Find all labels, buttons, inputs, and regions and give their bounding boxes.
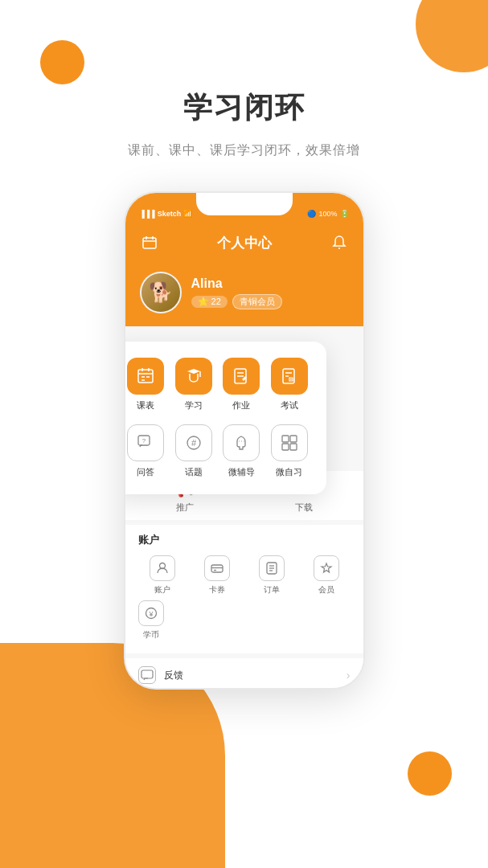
header-title: 个人中心 — [217, 234, 272, 252]
account-label-dingdan: 订单 — [264, 584, 280, 596]
kaoshi-icon — [271, 358, 308, 395]
account-item-xuebi[interactable]: ¥ 学币 — [138, 600, 164, 641]
points-badge: ⭐ 22 — [191, 296, 228, 308]
svg-text:¥: ¥ — [148, 610, 154, 618]
svg-rect-6 — [211, 565, 223, 572]
weifudao-icon — [223, 424, 260, 461]
svg-rect-15 — [141, 670, 153, 678]
title-area: 学习闭环 课前、课中、课后学习闭环，效果倍增 — [0, 0, 488, 159]
promote-label-tuiguang: 推广 — [176, 502, 194, 514]
weizixi-icon — [271, 424, 308, 461]
sub-title: 课前、课中、课后学习闭环，效果倍增 — [0, 142, 488, 159]
battery-icon: 🔋 — [340, 210, 349, 218]
account-icon-kaquan — [204, 555, 230, 581]
fankui-icon — [138, 666, 156, 684]
svg-text:#: # — [191, 438, 197, 448]
bell-icon[interactable] — [330, 233, 349, 252]
kaoshi-label: 考试 — [281, 399, 298, 411]
weizixi-label: 微自习 — [276, 466, 302, 478]
account-item-dingdan[interactable]: 订单 — [248, 555, 296, 596]
phone-notch — [196, 193, 293, 215]
phone-mockup: ▐▐▐ Sketch 📶 9:41 AM 🔵 100% 🔋 个人 — [124, 191, 365, 690]
bg-circle-bottom-right — [408, 751, 452, 796]
list-item-fankui[interactable]: 反馈 › — [125, 658, 363, 690]
account-icon-huiyuan — [314, 555, 339, 581]
status-left: ▐▐▐ Sketch 📶 — [140, 210, 193, 218]
account-label-zhanghu: 账户 — [154, 584, 170, 596]
account-item-huiyuan[interactable]: 会员 — [302, 555, 351, 596]
avatar: 🐕 — [140, 272, 182, 313]
status-right: 🔵 100% 🔋 — [307, 210, 348, 218]
fankui-label: 反馈 — [164, 669, 347, 682]
account-section: 账户 账户 — [125, 525, 363, 653]
svg-rect-43 — [282, 444, 289, 450]
fankui-arrow: › — [347, 669, 351, 682]
bluetooth-icon: 🔵 — [307, 210, 316, 218]
huati-icon: # — [175, 424, 212, 461]
profile-area: 🐕 Alina ⭐ 22 青铜会员 — [125, 264, 363, 326]
app-header: 个人中心 — [125, 228, 363, 264]
menu-item-weifudao[interactable]: 微辅导 — [218, 424, 266, 478]
kebiao-icon — [127, 358, 164, 395]
menu-item-huati[interactable]: # 话题 — [170, 424, 218, 478]
account-label-xuebi: 学币 — [143, 629, 159, 641]
battery-label: 100% — [318, 210, 337, 218]
promote-label-download: 下载 — [295, 502, 313, 514]
svg-rect-42 — [290, 436, 297, 442]
account-section-title: 账户 — [138, 533, 351, 547]
account-label-huiyuan: 会员 — [318, 584, 334, 596]
svg-rect-19 — [138, 370, 153, 383]
xuexi-label: 学习 — [185, 399, 203, 411]
menu-item-zuoye[interactable]: 作业 — [218, 358, 266, 411]
wifi-icon: 📶 — [183, 210, 192, 218]
profile-info: Alina ⭐ 22 青铜会员 — [191, 276, 282, 309]
account-item-zhanghu[interactable]: 账户 — [138, 555, 187, 596]
weifudao-label: 微辅导 — [228, 466, 255, 478]
signal-icon: ▐▐▐ — [140, 210, 155, 218]
menu-item-weizixi[interactable]: 微自习 — [265, 424, 314, 478]
svg-rect-41 — [282, 436, 289, 442]
signal-label: Sketch — [158, 210, 182, 218]
menu-item-kebiao[interactable]: 课表 — [124, 358, 170, 411]
account-label-kaquan: 卡券 — [209, 584, 225, 596]
menu-item-kaoshi[interactable]: 考试 — [265, 358, 314, 411]
account-icon-dingdan — [259, 555, 285, 581]
wenda-label: 问答 — [137, 466, 154, 478]
list-section: 反馈 › 客服 › — [125, 658, 363, 690]
zuoye-label: 作业 — [232, 399, 250, 411]
phone-container: ▐▐▐ Sketch 📶 9:41 AM 🔵 100% 🔋 个人 — [0, 191, 488, 690]
zuoye-icon — [223, 358, 260, 395]
profile-badges: ⭐ 22 青铜会员 — [191, 294, 282, 309]
menu-item-wenda[interactable]: ? 问答 — [124, 424, 170, 478]
points-value: 22 — [211, 297, 221, 306]
menu-item-xuexi[interactable]: 学习 — [170, 358, 218, 411]
kebiao-label: 课表 — [137, 399, 154, 411]
main-title: 学习闭环 — [0, 88, 488, 128]
account-item-kaquan[interactable]: 卡券 — [193, 555, 241, 596]
avatar-image: 🐕 — [141, 273, 180, 312]
menu-grid: 课表 学习 — [124, 358, 314, 478]
account-row2: ¥ 学币 — [138, 596, 351, 645]
member-badge: 青铜会员 — [232, 294, 282, 309]
profile-name: Alina — [191, 276, 282, 291]
huati-label: 话题 — [185, 466, 203, 478]
svg-text:?: ? — [142, 437, 146, 444]
floating-menu-card: 课表 学习 — [124, 342, 326, 494]
points-icon: ⭐ — [198, 297, 209, 306]
account-icon-xuebi: ¥ — [138, 600, 164, 626]
calendar-icon[interactable] — [140, 233, 159, 252]
svg-rect-44 — [290, 444, 297, 450]
account-icon-zhanghu — [150, 555, 175, 581]
account-grid: 账户 卡券 — [138, 555, 351, 596]
svg-rect-0 — [143, 238, 156, 248]
wenda-icon: ? — [127, 424, 164, 461]
xuexi-icon — [175, 358, 212, 395]
